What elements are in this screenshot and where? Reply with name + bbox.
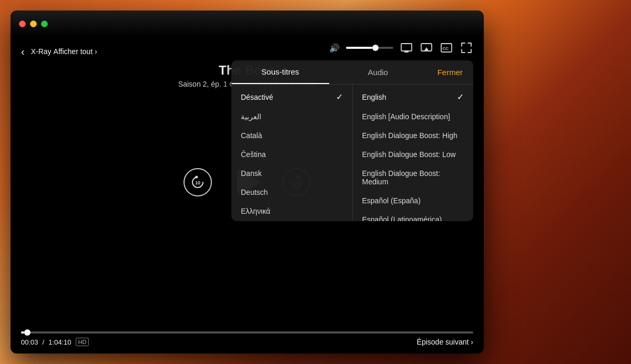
subtitle-item[interactable]: Ελληνικά: [231, 202, 352, 221]
volume-slider[interactable]: [346, 47, 393, 49]
audio-item[interactable]: English Dialogue Boost: Low: [353, 145, 474, 164]
tab-audio[interactable]: Audio: [329, 60, 427, 84]
progress-bar[interactable]: [21, 331, 473, 334]
subtitles-cc-button[interactable]: CC: [440, 41, 453, 55]
subtitle-audio-panel: Sous-titres Audio Fermer Désactivé✓العرب…: [231, 60, 473, 221]
maximize-button[interactable]: [41, 20, 48, 27]
volume-icon: 🔊: [329, 43, 340, 53]
minimize-button[interactable]: [30, 20, 37, 27]
audio-col-wrapper: English✓English [Audio Description]Engli…: [353, 85, 474, 221]
back-button[interactable]: ‹: [21, 46, 25, 58]
subtitle-item[interactable]: English (UK) [CC]: [231, 221, 352, 221]
audio-item[interactable]: English [Audio Description]: [353, 107, 474, 126]
audio-item[interactable]: Español (España): [353, 191, 474, 210]
progress-thumb: [24, 329, 30, 336]
airplay-button[interactable]: [420, 41, 433, 55]
volume-filled: [346, 47, 372, 49]
subtitles-list: Désactivé✓العربيةCatalàČeštinaDanskDeuts…: [231, 85, 353, 221]
rewind-button[interactable]: 10: [184, 168, 212, 196]
subtitle-item[interactable]: Deutsch: [231, 183, 352, 202]
subtitle-item[interactable]: Català: [231, 126, 352, 145]
audio-item[interactable]: English Dialogue Boost: High: [353, 126, 474, 145]
close-button[interactable]: [19, 20, 26, 27]
fullscreen-button[interactable]: [460, 41, 473, 55]
svg-text:CC: CC: [443, 46, 449, 51]
total-time: 1:04:10: [48, 338, 71, 346]
title-bar: [11, 11, 484, 37]
audio-item[interactable]: Español (Latinoamérica): [353, 210, 474, 221]
app-window: ‹ X-Ray Afficher tout › 🔊: [11, 11, 484, 353]
svg-text:10: 10: [195, 180, 200, 185]
subtitle-item[interactable]: العربية: [231, 107, 352, 126]
audio-item[interactable]: English Dialogue Boost: Medium: [353, 164, 474, 191]
close-panel-button[interactable]: Fermer: [427, 68, 473, 77]
svg-marker-4: [424, 47, 429, 50]
afficher-tout-link[interactable]: Afficher tout ›: [54, 47, 97, 56]
audio-list: English✓English [Audio Description]Engli…: [353, 85, 474, 221]
time-row: 00:03 / 1:04:10 HD Épisode suivant ›: [21, 338, 473, 346]
time-separator: /: [43, 338, 45, 346]
volume-thumb: [372, 45, 379, 51]
tab-subtitles[interactable]: Sous-titres: [231, 60, 329, 84]
traffic-lights: [19, 20, 48, 27]
subtitle-item[interactable]: Désactivé✓: [231, 87, 352, 107]
panel-header: Sous-titres Audio Fermer: [231, 60, 473, 85]
current-time: 00:03: [21, 338, 38, 346]
bottom-controls: 00:03 / 1:04:10 HD Épisode suivant ›: [11, 319, 484, 353]
subtitle-item[interactable]: Čeština: [231, 145, 352, 164]
audio-item[interactable]: English✓: [353, 87, 474, 107]
xray-label[interactable]: X-Ray: [31, 47, 52, 56]
svg-rect-0: [401, 44, 412, 51]
panel-body: Désactivé✓العربيةCatalàČeštinaDanskDeuts…: [231, 85, 473, 221]
screen-mode-button[interactable]: [400, 41, 413, 55]
time-display: 00:03 / 1:04:10 HD: [21, 338, 89, 346]
top-right-controls: 🔊 CC: [329, 41, 473, 55]
next-episode-button[interactable]: Épisode suivant ›: [417, 338, 473, 346]
subtitle-item[interactable]: Dansk: [231, 164, 352, 183]
hd-badge: HD: [76, 338, 89, 346]
